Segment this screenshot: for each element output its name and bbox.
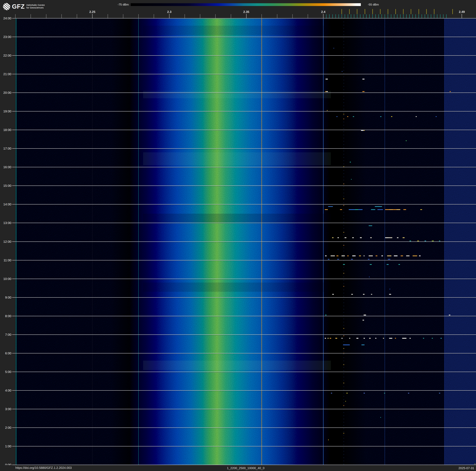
signal-dot	[343, 232, 344, 233]
freq-major-tick	[323, 14, 323, 18]
band-intensity-row	[143, 91, 331, 98]
signal-dot	[343, 273, 344, 274]
brand-line1: Helmholtz Centre	[26, 4, 45, 6]
ble-channel-tick	[366, 14, 367, 18]
signal-event	[375, 206, 382, 207]
freq-major-tick	[169, 14, 170, 18]
signal-event	[328, 259, 329, 260]
signal-event	[375, 255, 377, 256]
freq-minor-tick	[154, 14, 154, 18]
ble-channel-tick	[385, 14, 385, 18]
hour-gridline	[12, 204, 476, 204]
signal-event	[398, 264, 400, 265]
freq-tick-label: 2.4	[317, 10, 329, 14]
freq-minor-tick	[77, 14, 77, 18]
signal-event	[406, 140, 407, 141]
time-label: 2:00	[0, 426, 11, 430]
hour-gridline	[12, 55, 476, 56]
wifi-channel-tick	[357, 9, 357, 14]
signal-event	[355, 209, 358, 210]
brand-subtitle: Helmholtz Centre for Geosciences	[26, 4, 45, 9]
ble-channel-tick	[415, 14, 416, 18]
signal-event	[352, 255, 356, 256]
signal-event	[364, 255, 365, 256]
signal-event	[341, 338, 342, 339]
signal-event	[343, 344, 350, 345]
signal-event	[380, 116, 381, 117]
band-intensity-row	[143, 214, 331, 223]
hour-gridline	[12, 260, 476, 260]
signal-event	[335, 338, 337, 339]
signal-event	[331, 393, 332, 394]
freq-major-tick	[246, 14, 247, 18]
wifi-channel-tick	[341, 9, 342, 14]
signal-event	[420, 209, 422, 210]
ble-channel-tick	[400, 14, 400, 18]
signal-event	[375, 338, 376, 339]
freq-minor-tick	[200, 14, 200, 18]
ble-channel-tick	[326, 14, 326, 18]
signal-event	[369, 255, 373, 256]
dataset-filename: 1_2200_2500_10000_40_0	[227, 466, 265, 470]
ble-channel-tick	[431, 14, 431, 18]
ble-channel-tick	[412, 14, 413, 18]
signal-event	[353, 116, 354, 117]
ble-channel-tick	[388, 14, 388, 18]
signal-dot	[342, 71, 342, 72]
signal-dot	[343, 119, 344, 119]
signal-event	[383, 338, 384, 339]
ble-channel-tick	[419, 14, 419, 18]
wifi-channel-tick	[365, 9, 365, 14]
signal-event	[325, 338, 326, 339]
signal-event	[362, 79, 365, 79]
hour-gridline	[12, 279, 476, 279]
time-label: 11:00	[0, 258, 11, 262]
ble-channel-tick	[443, 14, 443, 18]
freq-tick-label: 2.3	[163, 10, 175, 14]
signal-event	[409, 338, 411, 339]
signal-event	[352, 237, 354, 238]
time-label: 16:00	[0, 165, 11, 169]
time-label: 23:00	[0, 35, 11, 39]
observation-date: 2025-07-31	[459, 466, 474, 470]
wifi-channel-tick	[426, 9, 427, 14]
signal-event	[370, 237, 372, 238]
ble-channel-tick	[363, 14, 363, 18]
signal-event	[364, 393, 365, 394]
signal-event	[336, 116, 338, 117]
freq-minor-tick	[15, 14, 16, 18]
brand-gfz: GFZ	[12, 3, 25, 10]
wifi-channel-tick	[452, 9, 453, 14]
signal-event	[347, 116, 348, 117]
signal-event	[331, 255, 335, 256]
signal-event	[385, 237, 389, 238]
signal-event	[349, 209, 355, 210]
signal-event	[385, 209, 389, 210]
hour-gridline	[12, 148, 476, 149]
signal-event	[337, 259, 339, 260]
signal-dot	[343, 205, 344, 206]
signal-event	[403, 209, 406, 210]
signal-event	[341, 255, 345, 256]
hour-gridline	[12, 390, 476, 391]
time-label: 9:00	[0, 296, 11, 299]
signal-event	[368, 259, 369, 260]
signal-event	[369, 225, 372, 226]
hour-gridline	[12, 167, 476, 167]
doi-link[interactable]: https://doi.org/10.5880/GFZ.1.2.2024.003	[15, 466, 72, 470]
signal-event	[332, 237, 334, 238]
freq-minor-tick	[108, 14, 108, 18]
hour-gridline	[12, 130, 476, 130]
ble-channel-tick	[339, 14, 339, 18]
signal-event	[357, 338, 358, 339]
signal-event	[328, 206, 333, 207]
signal-event	[364, 130, 365, 131]
signal-event	[384, 393, 385, 394]
signal-event	[393, 209, 396, 210]
brand-line2: for Geosciences	[26, 6, 45, 9]
time-label: 1:00	[0, 444, 11, 448]
signal-dot	[343, 335, 344, 336]
signal-event	[432, 338, 433, 339]
freq-tick-label: 2.35	[240, 10, 253, 14]
signal-event	[389, 209, 393, 210]
